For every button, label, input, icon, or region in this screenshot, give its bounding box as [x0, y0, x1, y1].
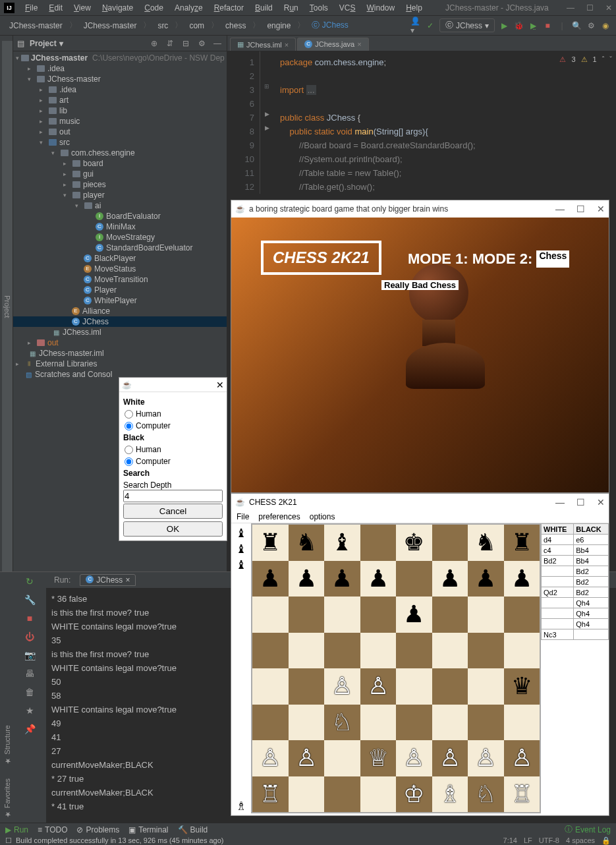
- tree-item[interactable]: CMiniMax: [13, 221, 227, 232]
- user-icon[interactable]: 👤▾: [410, 20, 421, 31]
- inspection-widget[interactable]: ⚠3 ⚠1 ˆˇ: [559, 55, 612, 64]
- menu-view[interactable]: View: [69, 2, 96, 14]
- crumb[interactable]: JChess-master: [80, 20, 141, 32]
- tree-item[interactable]: ▾player: [13, 190, 227, 200]
- close-button[interactable]: ✕: [597, 497, 605, 508]
- collapse-icon[interactable]: ⊟: [181, 38, 191, 49]
- favorites-tab[interactable]: ★ Favorites: [3, 778, 11, 819]
- tree-item[interactable]: CPlayer: [13, 285, 227, 295]
- project-selector[interactable]: Project ▾: [30, 39, 63, 48]
- black-computer-radio[interactable]: Computer: [125, 457, 223, 466]
- menu-options[interactable]: options: [310, 512, 335, 521]
- tree-item[interactable]: ▾src: [13, 137, 227, 148]
- menu-edit[interactable]: Edit: [43, 2, 68, 14]
- line-sep[interactable]: LF: [524, 836, 532, 845]
- tree-item[interactable]: IMoveStrategy: [13, 232, 227, 243]
- menu-file[interactable]: File: [20, 2, 43, 14]
- target-icon[interactable]: ⊕: [149, 38, 159, 49]
- close-icon[interactable]: ×: [285, 41, 289, 49]
- project-tab[interactable]: Project: [2, 41, 13, 573]
- crumb[interactable]: ⓒ JChess: [308, 18, 352, 32]
- tree-item[interactable]: IBoardEvaluator: [13, 211, 227, 221]
- white-human-radio[interactable]: Human: [125, 409, 223, 419]
- status-icon[interactable]: ☐: [5, 836, 12, 845]
- tree-item[interactable]: CMoveTransition: [13, 274, 227, 285]
- tree-item[interactable]: CWhitePlayer: [13, 295, 227, 306]
- tree-item[interactable]: ▸⦀External Libraries: [13, 359, 227, 369]
- maximize-button[interactable]: ☐: [586, 3, 594, 13]
- tree-item[interactable]: ▾JChess-masterC:\Users\nevgo\OneDrive - …: [13, 53, 227, 63]
- maximize-button[interactable]: ☐: [576, 204, 585, 214]
- tree-item[interactable]: ▦JChess.iml: [13, 327, 227, 337]
- trash-icon[interactable]: 🗑: [25, 687, 34, 697]
- hide-icon[interactable]: —: [212, 38, 223, 49]
- tree-item[interactable]: EMoveStatus: [13, 264, 227, 274]
- todo-tab[interactable]: ≡ TODO: [38, 825, 67, 834]
- crumb[interactable]: com: [185, 20, 208, 32]
- tree-item[interactable]: ▸gui: [13, 169, 227, 179]
- encoding[interactable]: UTF-8: [539, 836, 559, 845]
- pin-icon[interactable]: 📌: [24, 724, 36, 734]
- run-tab[interactable]: ▶ Run: [5, 825, 28, 834]
- bad-chess-button[interactable]: Really Bad Chess: [381, 280, 459, 290]
- wrench-icon[interactable]: 🔧: [24, 595, 36, 605]
- tree-item[interactable]: ▸pieces: [13, 179, 227, 190]
- stop-icon[interactable]: ■: [27, 613, 32, 624]
- tree-item[interactable]: CBlackPlayer: [13, 253, 227, 264]
- sync-icon[interactable]: ◉: [600, 20, 611, 31]
- debug-icon[interactable]: 🐞: [513, 20, 524, 31]
- code-editor[interactable]: ⚠3 ⚠1 ˆˇ 1236 78910 1112 ⊞ ▶ ▶ package c…: [227, 51, 616, 194]
- lock-icon[interactable]: 🔒: [602, 836, 611, 845]
- tree-item[interactable]: ▾JChess-master: [13, 74, 227, 84]
- crumb[interactable]: src: [154, 20, 172, 32]
- stop-icon[interactable]: ■: [542, 20, 553, 31]
- crumb[interactable]: JChess-master: [5, 20, 67, 32]
- search-icon[interactable]: 🔍: [571, 20, 582, 31]
- close-icon[interactable]: ×: [125, 575, 130, 585]
- menu-tools[interactable]: Tools: [304, 2, 333, 14]
- menu-run[interactable]: Run: [279, 2, 304, 14]
- menu-vcs[interactable]: VCS: [334, 2, 361, 14]
- tree-item[interactable]: ▸out: [13, 127, 227, 137]
- tab-active[interactable]: CJChess.java×: [297, 38, 368, 51]
- menu-build[interactable]: Build: [250, 2, 278, 14]
- run-marker-icon[interactable]: ▶: [260, 125, 273, 138]
- tree-item[interactable]: CStandardBoardEveluator: [13, 243, 227, 253]
- cancel-button[interactable]: Cancel: [123, 504, 223, 519]
- cursor-pos[interactable]: 7:14: [503, 836, 517, 845]
- terminal-tab[interactable]: ▣ Terminal: [128, 825, 168, 834]
- menu-navigate[interactable]: Navigate: [97, 2, 138, 14]
- tree-item[interactable]: ▾ai: [13, 200, 227, 211]
- event-log-tab[interactable]: ⓘ Event Log: [565, 824, 611, 835]
- menu-prefs[interactable]: preferences: [258, 512, 300, 521]
- run-marker-icon[interactable]: ▶: [260, 111, 273, 125]
- tree-item[interactable]: ▸.idea: [13, 63, 227, 74]
- tab[interactable]: ▦JChess.iml×: [230, 38, 296, 51]
- menu-code[interactable]: Code: [139, 2, 169, 14]
- run-config-selector[interactable]: ⓒ JChess ▾: [439, 18, 495, 32]
- white-computer-radio[interactable]: Computer: [125, 421, 223, 430]
- menu-window[interactable]: Window: [361, 2, 400, 14]
- build-tab[interactable]: 🔨 Build: [178, 825, 208, 834]
- crumb[interactable]: chess: [221, 20, 250, 32]
- gear-icon[interactable]: ⚙: [196, 38, 207, 49]
- tree-item[interactable]: ▸art: [13, 95, 227, 105]
- menu-file[interactable]: File: [237, 512, 249, 521]
- chess-board[interactable]: ♜♞♝♚♞♜♟♟♟♟♟♟♟♟♙♙♛♘♙♙♕♙♙♙♙♖♔♗♘♖: [251, 523, 541, 813]
- close-icon[interactable]: ×: [357, 40, 361, 48]
- run-icon[interactable]: ▶: [499, 20, 509, 31]
- close-button[interactable]: ✕: [597, 204, 605, 214]
- run-tab[interactable]: CJChess ×: [80, 574, 136, 586]
- menu-analyze[interactable]: Analyze: [169, 2, 208, 14]
- tree-item-selected[interactable]: CJChess: [13, 316, 227, 327]
- ok-button[interactable]: OK: [123, 521, 223, 537]
- structure-tab[interactable]: ★ Structure: [3, 725, 11, 765]
- close-icon[interactable]: ✕: [216, 380, 224, 390]
- tree-item[interactable]: ▾com.chess.engine: [13, 148, 227, 158]
- problems-tab[interactable]: ⊘ Problems: [76, 825, 119, 834]
- tree-item[interactable]: EAlliance: [13, 306, 227, 316]
- minimize-button[interactable]: —: [555, 204, 565, 214]
- tree-item[interactable]: ▦JChess-master.iml: [13, 348, 227, 359]
- checkmark-icon[interactable]: ✓: [425, 20, 435, 31]
- maximize-button[interactable]: ☐: [576, 497, 585, 508]
